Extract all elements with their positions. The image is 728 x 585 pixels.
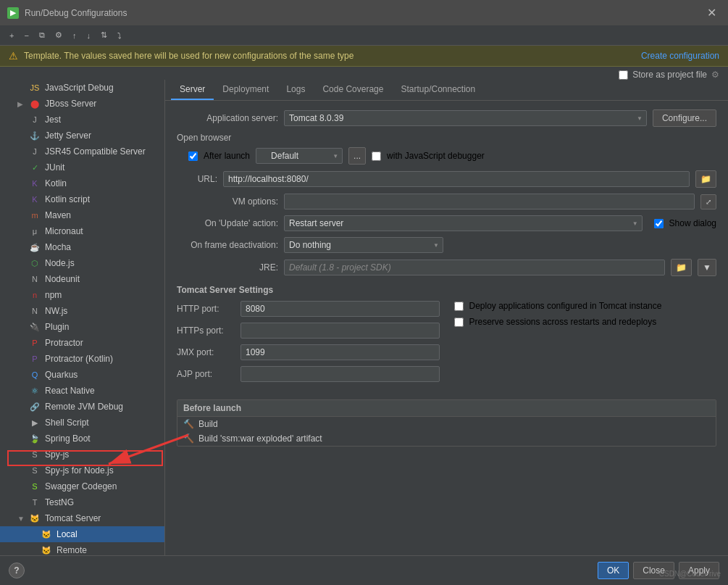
sidebar-item-swagger-codegen[interactable]: S Swagger Codegen <box>0 478 164 494</box>
on-update-select[interactable]: Restart server <box>284 215 643 231</box>
maven-icon: m <box>29 209 41 221</box>
sidebar-item-npm[interactable]: n npm <box>0 287 164 303</box>
sidebar-item-nodeunit[interactable]: N Nodeunit <box>0 271 164 287</box>
js-debugger-checkbox[interactable] <box>372 152 381 161</box>
sidebar-item-javascript-debug[interactable]: JS JavaScript Debug <box>0 80 164 96</box>
sidebar-item-remote[interactable]: 🐱 Remote <box>0 542 164 555</box>
sidebar-item-spy-js-node[interactable]: S Spy-js for Node.js <box>0 462 164 478</box>
ajp-port-input[interactable] <box>240 366 440 382</box>
on-frame-deact-label: On frame deactivation: <box>177 240 278 250</box>
sidebar-item-shell-script[interactable]: ▶ Shell Script <box>0 415 164 431</box>
vm-options-input[interactable] <box>284 194 695 209</box>
nwjs-icon: N <box>29 305 41 317</box>
add-config-button[interactable]: + <box>6 29 17 42</box>
jest-icon: J <box>29 114 41 125</box>
sidebar-item-plugin[interactable]: 🔌 Plugin <box>0 319 164 335</box>
sidebar-item-jest[interactable]: J Jest <box>0 112 164 128</box>
sidebar-label: Remote JVM Debug <box>45 402 123 412</box>
tab-server[interactable]: Server <box>171 80 214 100</box>
vm-expand-button[interactable]: ⤢ <box>700 194 716 209</box>
sidebar-label: Jetty Server <box>45 130 91 141</box>
sort-button[interactable]: ⇅ <box>97 28 111 42</box>
https-port-row: HTTPs port: <box>177 323 440 339</box>
before-launch-build[interactable]: 🔨 Build <box>177 417 716 431</box>
sidebar-item-remote-jvm-debug[interactable]: 🔗 Remote JVM Debug <box>0 399 164 415</box>
sidebar-item-quarkus[interactable]: Q Quarkus <box>0 367 164 383</box>
jre-dropdown-button[interactable]: ▼ <box>698 259 716 276</box>
close-window-button[interactable]: ✕ <box>703 4 721 21</box>
sidebar-item-react-native[interactable]: ⚛ React Native <box>0 383 164 399</box>
spring-boot-icon: 🍃 <box>29 433 41 444</box>
deploy-apps-checkbox[interactable] <box>454 302 464 311</box>
sidebar-item-tomcat-server[interactable]: ▼ 🐱 Tomcat Server <box>0 510 164 526</box>
browser-select[interactable]: Default <box>256 148 343 164</box>
ajp-port-row: AJP port: <box>177 366 440 382</box>
sidebar-item-maven[interactable]: m Maven <box>0 207 164 223</box>
ok-button[interactable]: OK <box>598 562 629 579</box>
browser-more-button[interactable]: ... <box>348 147 366 165</box>
sidebar-item-spy-js[interactable]: S Spy-js <box>0 447 164 462</box>
protractor-icon: P <box>29 337 41 349</box>
move-up-button[interactable]: ↑ <box>69 29 80 42</box>
app-icon: ▶ <box>7 7 19 19</box>
sidebar-label: JUnit <box>45 162 64 173</box>
jre-input[interactable] <box>284 260 665 275</box>
sidebar-item-nodejs[interactable]: ⬡ Node.js <box>0 255 164 271</box>
sidebar-label: Node.js <box>45 258 75 268</box>
tab-startup-connection[interactable]: Startup/Connection <box>392 80 484 100</box>
copy-config-button[interactable]: ⧉ <box>35 28 49 42</box>
sidebar-item-junit[interactable]: ✓ JUnit <box>0 159 164 175</box>
jetty-icon: ⚓ <box>29 130 41 141</box>
remote-jvm-icon: 🔗 <box>29 401 41 412</box>
on-update-label: On 'Update' action: <box>177 218 278 228</box>
sidebar-item-jsr45[interactable]: J JSR45 Compatible Server <box>0 144 164 159</box>
move-button[interactable]: ⤵ <box>114 29 125 42</box>
sidebar-item-local[interactable]: 🐱 Local <box>0 526 164 542</box>
store-as-project-checkbox[interactable] <box>619 70 628 80</box>
jre-folder-button[interactable]: 📁 <box>671 259 692 276</box>
sidebar-item-mocha[interactable]: ☕ Mocha <box>0 239 164 255</box>
help-button[interactable]: ? <box>9 563 25 578</box>
show-dialog-checkbox[interactable] <box>654 219 664 228</box>
tab-deployment[interactable]: Deployment <box>214 80 277 100</box>
configure-button[interactable]: Configure... <box>653 109 716 127</box>
sidebar-item-protractor-kotlin[interactable]: P Protractor (Kotlin) <box>0 351 164 367</box>
store-as-project-label: Store as project file <box>632 70 707 80</box>
https-port-input[interactable] <box>240 323 440 339</box>
sidebar-item-jboss-server[interactable]: ▶ ⬤ JBoss Server <box>0 96 164 112</box>
before-launch-build-artifact[interactable]: 🔨 Build 'ssm:war exploded' artifact <box>177 431 716 446</box>
url-folder-button[interactable]: 📁 <box>695 170 716 188</box>
sidebar-item-nwjs[interactable]: N NW.js <box>0 303 164 319</box>
remove-config-button[interactable]: − <box>20 29 32 42</box>
sidebar-item-spring-boot[interactable]: 🍃 Spring Boot <box>0 431 164 447</box>
after-launch-checkbox[interactable] <box>188 152 198 161</box>
sidebar-item-testng[interactable]: T TestNG <box>0 494 164 510</box>
sidebar-item-kotlin[interactable]: K Kotlin <box>0 175 164 191</box>
deploy-apps-row: Deploy applications configured in Tomcat… <box>454 301 717 311</box>
settings-button[interactable]: ⚙ <box>51 28 66 42</box>
kotlin-icon: K <box>29 178 41 189</box>
react-native-icon: ⚛ <box>29 385 41 397</box>
junit-icon: ✓ <box>29 162 41 173</box>
http-port-input[interactable] <box>240 301 440 317</box>
protractor-kotlin-icon: P <box>29 353 41 365</box>
sidebar-item-jetty-server[interactable]: ⚓ Jetty Server <box>0 128 164 144</box>
sidebar-item-kotlin-script[interactable]: K Kotlin script <box>0 191 164 207</box>
tab-code-coverage[interactable]: Code Coverage <box>314 80 392 100</box>
jmx-port-input[interactable] <box>240 344 440 360</box>
nodejs-icon: ⬡ <box>29 257 41 269</box>
preserve-sessions-checkbox[interactable] <box>454 318 464 327</box>
sidebar-item-protractor[interactable]: P Protractor <box>0 335 164 351</box>
move-down-button[interactable]: ↓ <box>83 29 94 42</box>
sidebar-item-micronaut[interactable]: μ Micronaut <box>0 223 164 239</box>
after-launch-row: After launch Default ... with JavaScript… <box>177 147 716 165</box>
sidebar-label: Remote <box>57 545 87 555</box>
url-input[interactable] <box>223 171 690 187</box>
port-settings-right: Deploy applications configured in Tomcat… <box>454 301 717 388</box>
sidebar-label: Mocha <box>45 242 71 252</box>
create-configuration-link[interactable]: Create configuration <box>641 51 719 61</box>
app-server-select[interactable]: Tomcat 8.0.39 <box>284 110 647 126</box>
on-frame-deact-select[interactable]: Do nothing <box>284 237 443 253</box>
tab-logs[interactable]: Logs <box>277 80 314 100</box>
sidebar-label: Swagger Codegen <box>45 481 117 491</box>
